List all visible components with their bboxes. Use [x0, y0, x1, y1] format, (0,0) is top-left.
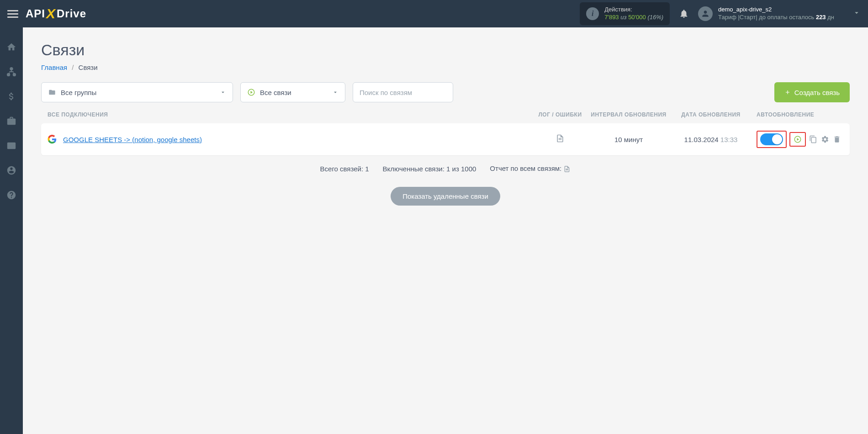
- summary-report: Отчет по всем связям:: [490, 164, 571, 173]
- chevron-down-icon: [332, 89, 339, 95]
- plus-icon: [784, 89, 791, 95]
- summary-row: Всего связей: 1 Включенные связи: 1 из 1…: [41, 164, 850, 173]
- search-input[interactable]: [360, 89, 446, 96]
- run-now-button[interactable]: [793, 135, 802, 144]
- settings-button[interactable]: [820, 135, 830, 144]
- col-auto: АВТООБНОВЛЕНИЕ: [752, 111, 843, 118]
- sidebar-account[interactable]: [5, 164, 17, 176]
- play-icon: [247, 88, 255, 96]
- actions-of: из: [620, 14, 626, 21]
- auto-update-toggle[interactable]: [760, 133, 783, 145]
- actions-usage-badge[interactable]: i Действия: 7'893 из 50'000 (16%): [580, 2, 670, 25]
- filters-row: Все группы Все связи Создать связь: [41, 82, 850, 102]
- run-highlight: [789, 132, 806, 147]
- actions-label: Действия:: [604, 6, 663, 14]
- info-icon: i: [586, 7, 599, 20]
- user-info: demo_apix-drive_s2 Тариф |Старт| до опла…: [718, 6, 834, 21]
- delete-button[interactable]: [832, 135, 842, 144]
- date-cell: 11.03.2024 13:33: [670, 136, 752, 143]
- chevron-down-icon: [220, 89, 226, 95]
- avatar-icon: [698, 6, 713, 21]
- user-tariff: Тариф |Старт| до оплаты осталось 223 дн: [718, 14, 834, 21]
- page-title: Связи: [41, 41, 850, 59]
- copy-button[interactable]: [809, 135, 818, 144]
- sidebar-billing[interactable]: [5, 90, 17, 102]
- sidebar: [0, 27, 23, 434]
- interval-cell: 10 минут: [587, 136, 670, 143]
- status-label: Все связи: [260, 89, 332, 96]
- user-menu[interactable]: demo_apix-drive_s2 Тариф |Старт| до опла…: [698, 6, 834, 21]
- connection-name[interactable]: GOOGLE SHEETS -> (notion, google sheets): [63, 136, 533, 143]
- actions-total: 50'000: [628, 14, 646, 21]
- main-content: Связи Главная / Связи Все группы Все свя…: [23, 27, 868, 434]
- document-icon[interactable]: [563, 165, 571, 173]
- breadcrumb: Главная / Связи: [41, 64, 850, 71]
- sidebar-help[interactable]: [5, 189, 17, 201]
- groups-label: Все группы: [61, 89, 220, 96]
- actions-percent: (16%): [647, 14, 663, 21]
- menu-toggle-button[interactable]: [7, 8, 18, 19]
- col-log: ЛОГ / ОШИБКИ: [533, 111, 587, 118]
- sidebar-home[interactable]: [5, 41, 17, 53]
- user-name: demo_apix-drive_s2: [718, 6, 834, 14]
- toggle-highlight: [757, 131, 787, 148]
- summary-enabled: Включенные связи: 1 из 1000: [383, 165, 476, 173]
- sidebar-connections[interactable]: [5, 66, 17, 78]
- chevron-down-icon[interactable]: [852, 9, 861, 19]
- breadcrumb-home[interactable]: Главная: [41, 64, 67, 71]
- breadcrumb-current: Связи: [79, 64, 98, 71]
- create-connection-button[interactable]: Создать связь: [774, 82, 850, 102]
- actions-cell: [752, 131, 843, 148]
- logo[interactable]: APIXDrive: [26, 6, 86, 21]
- show-deleted-button[interactable]: Показать удаленные связи: [391, 187, 500, 206]
- notifications-icon[interactable]: [679, 9, 689, 19]
- actions-used: 7'893: [604, 14, 619, 21]
- table-header: ВСЕ ПОДКЛЮЧЕНИЯ ЛОГ / ОШИБКИ ИНТЕРВАЛ ОБ…: [41, 111, 850, 123]
- log-icon[interactable]: [556, 133, 565, 143]
- sidebar-tools[interactable]: [5, 115, 17, 127]
- groups-select[interactable]: Все группы: [41, 82, 233, 102]
- search-box[interactable]: [353, 82, 453, 102]
- col-name: ВСЕ ПОДКЛЮЧЕНИЯ: [48, 111, 533, 118]
- status-select[interactable]: Все связи: [240, 82, 345, 102]
- col-interval: ИНТЕРВАЛ ОБНОВЛЕНИЯ: [587, 111, 670, 118]
- google-icon: [48, 135, 57, 144]
- summary-total: Всего связей: 1: [320, 165, 369, 173]
- sidebar-video[interactable]: [5, 140, 17, 152]
- top-header: APIXDrive i Действия: 7'893 из 50'000 (1…: [0, 0, 868, 27]
- col-date: ДАТА ОБНОВЛЕНИЯ: [670, 111, 752, 118]
- log-cell: [533, 133, 587, 145]
- connection-row: GOOGLE SHEETS -> (notion, google sheets)…: [41, 123, 850, 155]
- folder-icon: [48, 89, 56, 96]
